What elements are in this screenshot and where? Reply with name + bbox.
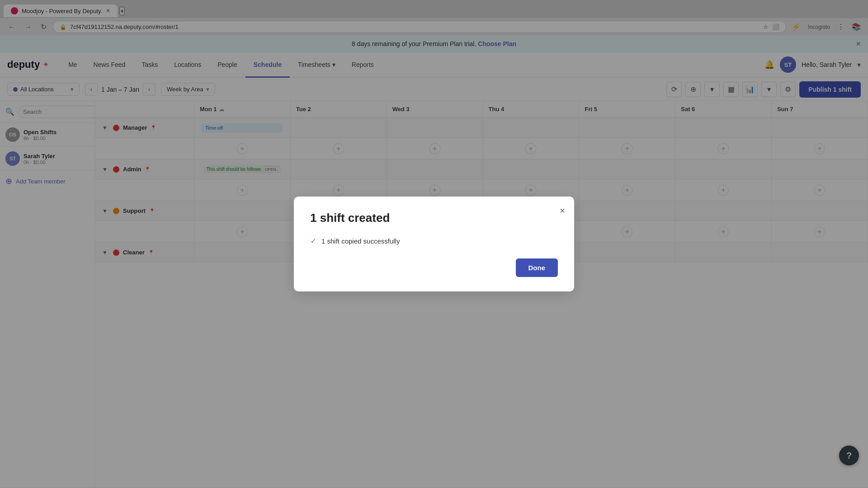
modal-footer: Done <box>310 258 558 277</box>
modal-title: 1 shift created <box>310 211 558 225</box>
success-text: 1 shift copied successfully <box>321 237 400 245</box>
modal-overlay: 1 shift created × ✓ 1 shift copied succe… <box>0 0 868 488</box>
check-icon: ✓ <box>310 236 317 246</box>
modal-close-button[interactable]: × <box>560 206 565 216</box>
modal-success-message: ✓ 1 shift copied successfully <box>310 236 558 246</box>
shift-created-modal: 1 shift created × ✓ 1 shift copied succe… <box>294 197 574 291</box>
done-button[interactable]: Done <box>516 258 558 277</box>
